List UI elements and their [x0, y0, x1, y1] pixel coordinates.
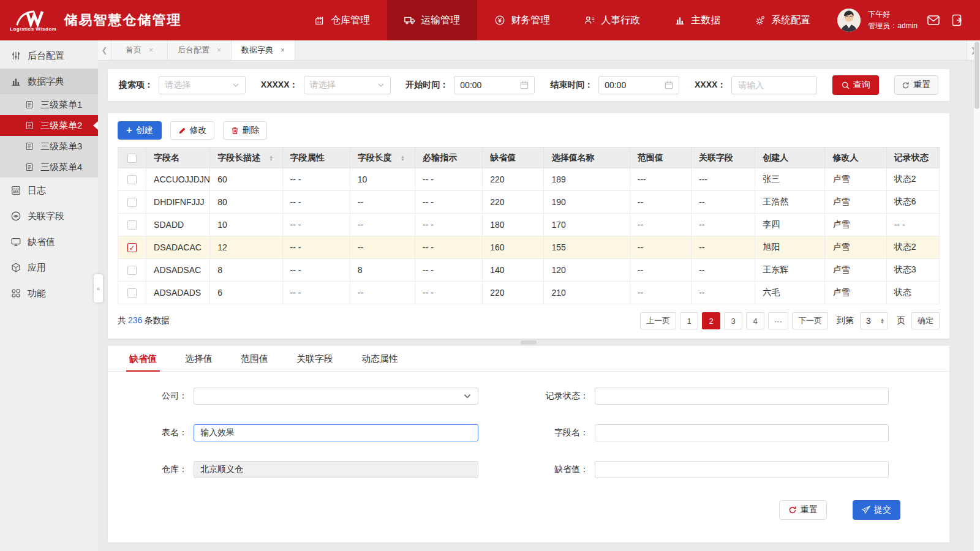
row-checkbox[interactable]: [127, 266, 137, 275]
sidebar-collapse-handle[interactable]: «: [94, 274, 103, 302]
form-submit-button[interactable]: 提交: [853, 500, 900, 520]
query-button[interactable]: 查询: [832, 75, 879, 95]
column-header[interactable]: 字段长度▲▼: [350, 148, 415, 168]
chevron-down-icon: [377, 81, 385, 89]
row-checkbox[interactable]: [127, 175, 137, 184]
table-cell: 李四: [755, 214, 825, 236]
delete-button[interactable]: 删除: [223, 121, 267, 140]
next-page-button[interactable]: 下一页: [792, 312, 828, 329]
table-cell: --: [630, 236, 691, 259]
detail-tab-select-value[interactable]: 选择值: [171, 346, 227, 371]
nav-item-master-data[interactable]: 主数据: [657, 0, 737, 40]
nav-item-warehouse-management[interactable]: 仓库管理: [297, 0, 387, 40]
logout-icon[interactable]: [949, 12, 967, 29]
select-placeholder: 请选择: [310, 80, 336, 91]
page-jump-input[interactable]: 3 ▲▼: [860, 312, 888, 329]
reset-button[interactable]: 重置: [894, 75, 938, 95]
row-checkbox[interactable]: ✓: [127, 243, 137, 252]
close-icon[interactable]: ×: [281, 46, 285, 54]
table-cell: SDADD: [146, 214, 210, 236]
nav-item-transport-management[interactable]: 运输管理: [387, 0, 477, 40]
nav-item-hr-admin[interactable]: 人事行政: [567, 0, 657, 40]
top-navigation: 仓库管理运输管理财务管理人事行政主数据系统配置: [297, 0, 827, 40]
sidebar-item-level3-menu-4[interactable]: 三级菜单4: [0, 157, 98, 178]
column-header[interactable]: 字段长描述▲▼: [210, 148, 282, 168]
table-row[interactable]: ADSADSAC8-- -8-- -140120----王东辉卢雪状态3: [118, 259, 940, 282]
company-select[interactable]: [194, 388, 478, 405]
table-row[interactable]: ✓DSADACAC12-- ----- -160155----旭阳卢雪状态2: [118, 236, 940, 259]
record-status-input[interactable]: [595, 388, 889, 405]
splitter-handle[interactable]: [521, 340, 537, 345]
nav-item-system-config[interactable]: 系统配置: [737, 0, 827, 40]
xxxxx-select[interactable]: 请选择: [304, 76, 391, 94]
table-cell: 状态3: [886, 259, 939, 282]
default-value-label: 缺省值：: [478, 464, 595, 475]
chevron-down-icon: [232, 81, 239, 89]
xxxx-input[interactable]: [731, 76, 817, 94]
column-header: 选择值名称: [544, 148, 630, 168]
close-icon[interactable]: ×: [149, 46, 153, 54]
nav-item-finance-management[interactable]: 财务管理: [477, 0, 567, 40]
table-cell: 卢雪: [825, 191, 886, 214]
search-item-select[interactable]: 请选择: [159, 76, 246, 94]
sidebar-item-related-fields[interactable]: 关联字段: [0, 203, 98, 229]
sidebar-item-level3-menu-3[interactable]: 三级菜单3: [0, 136, 98, 157]
default-value-input[interactable]: [595, 461, 889, 478]
table-row[interactable]: ADSADADS6-- ----- -220210----六毛卢雪状态: [118, 282, 940, 304]
avatar[interactable]: [837, 9, 861, 32]
page-button-4[interactable]: 4: [746, 312, 764, 329]
table-row[interactable]: SDADD10-- ----- -180170----李四卢雪-- -: [118, 214, 940, 236]
sidebar-item-functions[interactable]: 功能: [0, 280, 98, 306]
row-checkbox[interactable]: [127, 288, 137, 298]
table-row[interactable]: DHDIFNFJJJ80-- ----- -220190----王浩然卢雪状态6: [118, 191, 940, 214]
prev-page-button[interactable]: 上一页: [640, 312, 676, 329]
sidebar-item-data-dictionary[interactable]: 数据字典: [0, 69, 98, 94]
page-button-2[interactable]: 2: [702, 312, 720, 329]
tab-backend-config[interactable]: 后台配置×: [168, 40, 232, 60]
sidebar-item-default-values[interactable]: 缺省值: [0, 229, 98, 255]
jump-confirm-button[interactable]: 确定: [911, 312, 940, 329]
doc-icon: [24, 162, 34, 172]
sidebar-item-label: 三级菜单1: [40, 99, 82, 111]
header-checkbox[interactable]: [127, 154, 137, 163]
tab-scroll-left-icon[interactable]: ❮: [98, 40, 111, 60]
row-checkbox-cell: [118, 259, 146, 282]
sort-icon[interactable]: ▲▼: [401, 155, 405, 161]
table-cell: -- -: [415, 168, 483, 191]
detail-tab-default-value[interactable]: 缺省值: [115, 346, 171, 371]
page-button-1[interactable]: 1: [680, 312, 698, 329]
sidebar-item-level3-menu-1[interactable]: 三级菜单1: [0, 94, 98, 115]
close-icon[interactable]: ×: [217, 46, 221, 54]
end-time-input[interactable]: 00:00: [598, 76, 679, 94]
sort-icon[interactable]: ▲▼: [269, 155, 273, 161]
page-button-3[interactable]: 3: [724, 312, 742, 329]
form-reset-button[interactable]: 重置: [779, 500, 827, 520]
sidebar-item-level3-menu-2[interactable]: 三级菜单2: [0, 115, 98, 136]
sidebar-item-applications[interactable]: 应用: [0, 255, 98, 280]
tab-home[interactable]: 首页×: [111, 40, 168, 60]
table-row[interactable]: ACCUOJJDJN60-- -10-- -220189------张三卢雪状态…: [118, 168, 940, 191]
field-name-input[interactable]: [595, 424, 889, 441]
start-time-input[interactable]: 00:00: [454, 76, 535, 94]
row-checkbox[interactable]: [127, 220, 137, 230]
stepper-icon[interactable]: ▲▼: [880, 318, 884, 324]
detail-tab-range-value[interactable]: 范围值: [227, 346, 282, 371]
app-title: 储易智慧仓储管理: [64, 11, 181, 29]
detail-tab-related-field[interactable]: 关联字段: [282, 346, 347, 371]
vertical-scrollbar[interactable]: [974, 40, 980, 551]
link-icon: [10, 211, 21, 222]
edit-button[interactable]: 修改: [170, 121, 214, 140]
detail-tab-dynamic-attr[interactable]: 动态属性: [347, 346, 412, 371]
sidebar-item-label: 三级菜单3: [40, 141, 82, 152]
sidebar-item-backend-config[interactable]: 后台配置: [0, 43, 98, 69]
page-button-···[interactable]: ···: [768, 312, 788, 329]
search-icon: [842, 81, 850, 89]
mail-icon[interactable]: [925, 12, 942, 29]
table-name-input[interactable]: [194, 424, 478, 441]
sidebar-item-label: 关联字段: [28, 211, 64, 222]
tab-data-dictionary[interactable]: 数据字典×: [232, 40, 295, 60]
company-label: 公司：: [108, 391, 194, 402]
row-checkbox[interactable]: [127, 198, 137, 207]
sidebar-item-logs[interactable]: 日志: [0, 178, 98, 203]
create-button[interactable]: + 创建: [118, 121, 162, 140]
